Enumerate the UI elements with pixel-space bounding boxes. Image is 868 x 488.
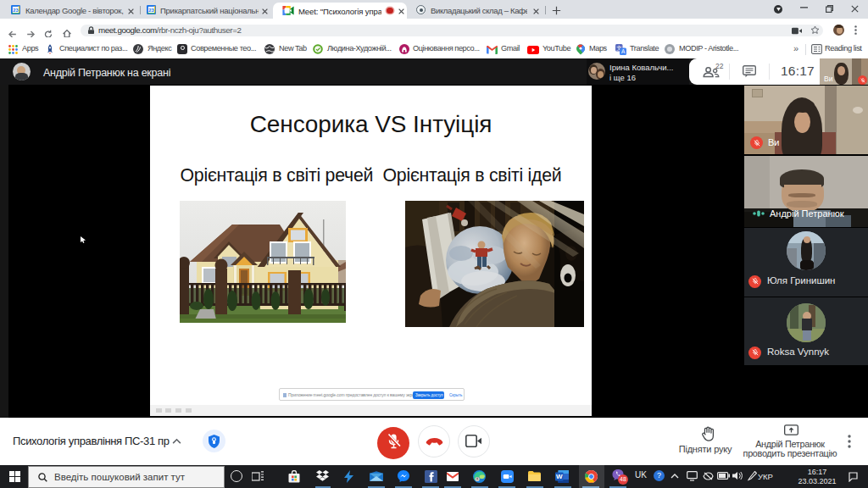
svg-text:W: W [556, 473, 563, 480]
svg-text:23: 23 [13, 8, 19, 13]
svg-text:23: 23 [148, 8, 154, 13]
